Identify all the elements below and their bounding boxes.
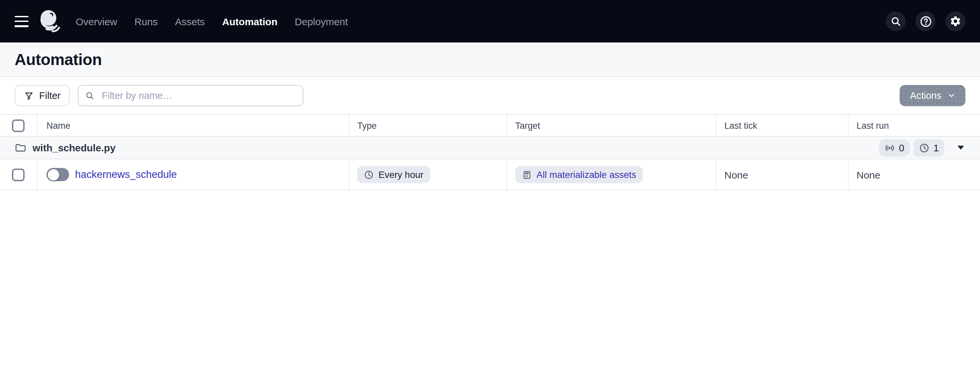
settings-button[interactable] xyxy=(945,11,966,31)
target-label: All materializable assets xyxy=(536,169,636,180)
clock-icon xyxy=(919,142,929,153)
column-header-type: Type xyxy=(349,115,507,136)
select-all-checkbox[interactable] xyxy=(12,119,25,132)
actions-button[interactable]: Actions xyxy=(900,85,966,106)
row-type-cell: Every hour xyxy=(349,159,507,190)
schedule-toggle[interactable] xyxy=(46,168,69,181)
clock-icon xyxy=(364,170,374,180)
row-checkbox[interactable] xyxy=(12,168,25,181)
search-icon xyxy=(890,16,901,27)
last-run-value: None xyxy=(856,169,880,180)
group-expand-caret[interactable] xyxy=(956,144,966,151)
schedule-count: 1 xyxy=(934,142,939,153)
schedule-count-badge: 1 xyxy=(913,139,944,156)
filter-by-name-input[interactable] xyxy=(100,90,296,102)
dagster-logo-icon xyxy=(38,9,65,34)
column-header-last-run: Last run xyxy=(848,115,980,136)
schedule-type-label: Every hour xyxy=(379,169,423,180)
automation-page: Overview Runs Assets Automation Deployme… xyxy=(0,0,980,377)
nav-item-runs[interactable]: Runs xyxy=(134,16,158,27)
target-chip[interactable]: All materializable assets xyxy=(515,166,643,183)
automation-row-hackernews-schedule: hackernews_schedule Every hour xyxy=(0,159,980,191)
toggle-knob xyxy=(48,169,59,180)
automation-table: Name Type Target Last tick Last run with… xyxy=(0,114,980,191)
sensor-count-badge: 0 xyxy=(879,139,910,156)
primary-nav: Overview Runs Assets Automation Deployme… xyxy=(76,16,348,27)
row-target-cell: All materializable assets xyxy=(507,159,716,190)
schedule-type-chip: Every hour xyxy=(357,166,430,183)
topbar-icon-buttons xyxy=(886,11,966,31)
search-button[interactable] xyxy=(886,11,906,31)
nav-item-deployment[interactable]: Deployment xyxy=(295,16,348,27)
dagster-logo[interactable] xyxy=(38,9,65,34)
row-last-tick-cell: None xyxy=(716,159,848,190)
filter-funnel-icon xyxy=(24,91,34,100)
column-header-target: Target xyxy=(507,115,716,136)
folder-icon xyxy=(14,142,26,153)
sensor-count: 0 xyxy=(899,142,904,153)
actions-button-label: Actions xyxy=(910,90,942,101)
table-header-row: Name Type Target Last tick Last run xyxy=(0,114,980,137)
row-checkbox-cell xyxy=(0,159,37,190)
assets-grid-icon xyxy=(522,170,532,180)
help-icon xyxy=(919,15,932,27)
row-name-cell: hackernews_schedule xyxy=(37,159,349,190)
filter-button-label: Filter xyxy=(39,90,60,101)
toolbar: Filter Actions xyxy=(0,77,980,114)
page-title: Automation xyxy=(14,50,102,69)
group-name: with_schedule.py xyxy=(33,142,116,153)
page-header: Automation xyxy=(0,43,980,77)
filter-button[interactable]: Filter xyxy=(14,85,70,106)
nav-item-overview[interactable]: Overview xyxy=(76,16,117,27)
search-box xyxy=(78,85,304,106)
hamburger-menu-icon[interactable] xyxy=(14,16,29,27)
nav-item-assets[interactable]: Assets xyxy=(175,16,205,27)
header-checkbox-cell xyxy=(0,115,37,136)
nav-item-automation[interactable]: Automation xyxy=(222,16,278,27)
row-last-run-cell: None xyxy=(848,159,980,190)
sensor-icon xyxy=(885,142,895,153)
help-button[interactable] xyxy=(916,11,935,31)
top-nav-bar: Overview Runs Assets Automation Deployme… xyxy=(0,0,980,43)
schedule-name-link[interactable]: hackernews_schedule xyxy=(75,169,177,181)
column-header-last-tick: Last tick xyxy=(716,115,848,136)
chevron-down-icon xyxy=(947,92,955,100)
search-input-icon xyxy=(85,91,95,100)
column-header-name: Name xyxy=(37,115,349,136)
last-tick-value: None xyxy=(724,169,748,180)
gear-icon xyxy=(950,15,961,27)
code-location-group-row[interactable]: with_schedule.py 0 xyxy=(0,137,980,159)
group-counts: 0 1 xyxy=(879,139,966,156)
caret-down-icon xyxy=(958,145,964,150)
